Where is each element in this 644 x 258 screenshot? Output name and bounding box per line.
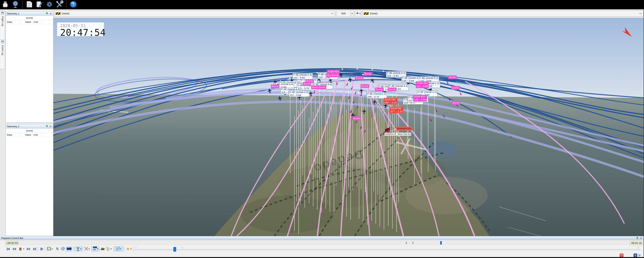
show-sensors-button[interactable]	[105, 247, 110, 252]
dropdown-arrow-icon: ▾	[360, 12, 360, 14]
column-header[interactable]: Unit	[32, 133, 42, 136]
unit-label[interactable]: F-4E (Aerial-5-1)109 ↓ 0.72	[366, 92, 387, 99]
dropdown-arrow-icon: ▾	[80, 248, 82, 250]
camera-dropdown[interactable]: ▾	[52, 248, 53, 250]
dropdown-arrow-icon: ▾	[120, 248, 121, 250]
3d-view[interactable]: Dededo F-4E (Aerial-1-3)121 ↓ 0.65F-4E (…	[53, 18, 644, 236]
column-header[interactable]: Unit	[32, 20, 42, 23]
weapon-label[interactable]: Bomb	[364, 72, 372, 76]
telemetry-2-panel: Telemetry 2 ✕ (none) Data Value Unit	[6, 124, 53, 236]
cockpit-view-button[interactable]	[46, 247, 52, 252]
weapon-label[interactable]: Bomb	[306, 79, 314, 83]
favorites-star-icon: ★	[126, 247, 130, 252]
telemetry-2-titlebar[interactable]: Telemetry 2 ✕	[6, 124, 53, 129]
weapon-label[interactable]: Bomb	[355, 76, 363, 80]
tab-event-log[interactable]: Event Log	[0, 40, 5, 69]
favorites-dropdown[interactable]: ▾	[130, 248, 132, 250]
secondary-object-value: (none)	[370, 12, 378, 15]
rewind-button[interactable]	[12, 247, 17, 252]
binoculars-icon	[67, 247, 72, 251]
speed-slider-track[interactable]	[134, 249, 640, 250]
tab-label: Event Log	[1, 45, 4, 55]
window-border-bottom	[0, 257, 644, 258]
pin-icon[interactable]	[46, 12, 48, 15]
playback-speed-dropdown[interactable]: ▾	[23, 248, 24, 250]
weapon-label[interactable]: AGM-45A109 ↓ 0.54	[413, 95, 427, 101]
primary-object-combo[interactable]: (none)	[54, 10, 335, 17]
speed-slider-handle[interactable]	[173, 247, 176, 252]
elapsed-time: +00:02:53	[5, 241, 19, 245]
online-button[interactable]	[11, 0, 20, 9]
twitter-icon[interactable]	[638, 254, 642, 257]
ground-label[interactable]: Ground-13-1	[396, 127, 412, 130]
seek-cursor[interactable]	[440, 241, 442, 245]
skip-to-start-button[interactable]	[6, 247, 11, 252]
secondary-object-combo[interactable]: (none)	[362, 10, 643, 17]
fast-forward-button[interactable]	[26, 247, 31, 252]
autoscale-icons-button[interactable]: ▾	[114, 247, 123, 252]
swap-objects-button[interactable]: ▾	[355, 10, 361, 17]
selection-box-icon	[116, 247, 120, 252]
weapon-label[interactable]: Bomb	[452, 101, 460, 105]
smart-telemetry-view-button[interactable]	[66, 247, 72, 252]
weapon-label[interactable]: Bomb	[451, 86, 460, 90]
column-header[interactable]: Data	[6, 133, 21, 136]
pin-icon[interactable]	[46, 125, 48, 128]
weapon-label[interactable]: Bomb	[361, 84, 369, 88]
facebook-icon[interactable]: f	[634, 254, 637, 257]
sync-icon[interactable]	[620, 254, 624, 257]
threat-label[interactable]: SA2V755077 ↑ 2.37	[390, 107, 403, 113]
telemetry-1-titlebar[interactable]: Telemetry 1 ✕	[6, 11, 53, 16]
telemetry-mode-combo[interactable]: N/A ▾	[336, 10, 354, 17]
skip-to-end-button[interactable]	[32, 247, 37, 252]
poi-label[interactable]: Antonio B. Won Pat Int	[384, 132, 411, 136]
column-header[interactable]: Data	[6, 20, 21, 23]
settings-button[interactable]	[45, 0, 54, 9]
slider-tick	[182, 247, 183, 249]
free-camera-button[interactable]	[60, 247, 65, 252]
show-labels-button[interactable]: ▾	[91, 247, 100, 252]
help-button[interactable]: ?	[69, 0, 78, 9]
column-header[interactable]: Value	[21, 133, 32, 136]
threat-label[interactable]: SA2V755097 ↑ 2.41	[384, 98, 398, 104]
seek-bar[interactable]	[20, 241, 628, 245]
pin-icon[interactable]	[636, 237, 639, 240]
hide-objects-button[interactable]	[84, 247, 89, 252]
hide-objects-dropdown[interactable]: ▾	[88, 248, 90, 250]
weapon-label[interactable]: Bomb	[375, 88, 384, 91]
flight-data-button[interactable]	[25, 0, 33, 9]
sensors-dropdown[interactable]: ▾	[111, 248, 112, 250]
weapon-label[interactable]: Bomb	[352, 117, 360, 120]
tab-flight-log[interactable]: Flight Log	[0, 11, 5, 40]
chase-view-button[interactable]	[55, 247, 60, 252]
chevron-down-icon	[331, 12, 334, 15]
weapon-label[interactable]: Bomb	[388, 88, 396, 91]
close-icon[interactable]: ✕	[49, 12, 52, 15]
column-header[interactable]: Value	[21, 20, 32, 23]
step-forward-button[interactable]	[39, 247, 44, 252]
favorites-button[interactable]: ★	[126, 247, 130, 252]
open-file-button[interactable]	[1, 0, 9, 9]
notes-button[interactable]	[35, 0, 44, 9]
panel-title: Telemetry 2	[7, 125, 19, 128]
telemetry-1-selection[interactable]: (none)	[6, 16, 53, 20]
weapon-label[interactable]: Bomb	[271, 85, 279, 88]
weapon-label[interactable]: Bomb	[318, 86, 326, 89]
globe-network-icon	[12, 0, 19, 9]
close-icon[interactable]: ✕	[640, 237, 643, 240]
weapon-label[interactable]: Bomb	[331, 74, 339, 77]
show-ground-units-button[interactable]	[100, 247, 105, 252]
clock-time: 20:47:54	[60, 28, 104, 37]
telemetry-2-selection[interactable]: (none)	[6, 129, 53, 133]
unit-label[interactable]: F-4E (Aerial-2-3)122 ↓ 0.62	[292, 73, 313, 79]
unit-label[interactable]: F-4E (Aerial-2-4)112 ↓ 0.64	[289, 91, 309, 97]
toolbar-separator	[124, 247, 124, 252]
playback-titlebar[interactable]: Playback Control Bar ✕	[0, 236, 644, 240]
pause-button[interactable]	[18, 247, 23, 252]
weapon-label[interactable]: AGM-45A	[327, 70, 340, 73]
weapon-label[interactable]: AGM-45A117 - 0.66	[416, 82, 429, 88]
advanced-tools-button[interactable]	[56, 0, 64, 9]
show-aircraft-models-button[interactable]: ▾	[74, 247, 83, 252]
close-icon[interactable]: ✕	[49, 125, 52, 128]
weapon-label[interactable]: Bomb	[448, 76, 456, 79]
